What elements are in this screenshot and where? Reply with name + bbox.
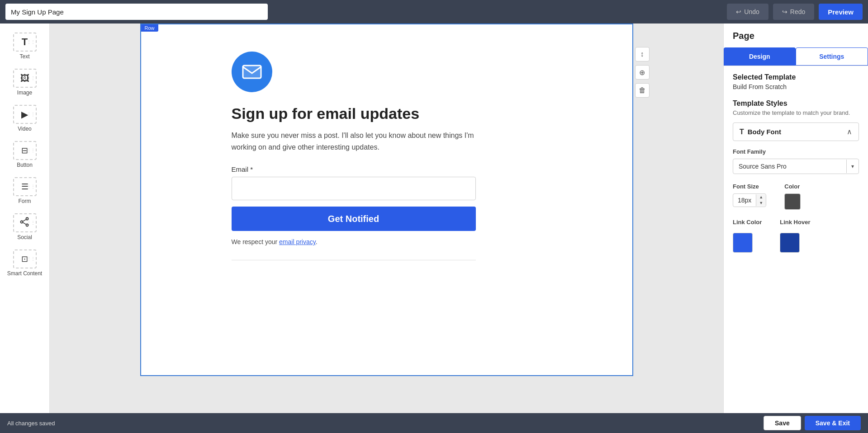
preview-button[interactable]: Preview [819,4,863,20]
sidebar-item-smart-content[interactable]: ⊡ ⋮⋮ Smart Content [0,246,49,280]
redo-button[interactable]: ↪ Redo [773,4,814,20]
get-notified-button[interactable]: Get Notified [232,207,476,231]
svg-point-0 [26,217,28,220]
canvas-page: Row ↕ ⊕ 🗑 [140,24,633,376]
tab-design[interactable]: Design [724,47,796,66]
undo-button[interactable]: ↩ Undo [727,4,768,20]
font-size-color-row: Font Size 18px ▲ ▼ Color [733,183,859,210]
body-font-accordion[interactable]: T Body Font ∧ [733,122,859,141]
add-section-button[interactable]: ⊕ [635,65,650,80]
email-form-label: Email * [232,165,542,173]
row-label: Row [141,24,158,32]
email-icon [241,61,263,83]
chevron-down-icon: ▾ [846,160,859,173]
font-size-col: Font Size 18px ▲ ▼ [733,183,766,210]
link-hover-col: Link Hover [780,219,810,253]
sidebar-item-form[interactable]: ☰ ⋮⋮ Form [0,174,49,208]
svg-rect-5 [243,66,261,78]
undo-label: Undo [744,8,759,15]
canvas-right-tools: ↕ ⊕ 🗑 [635,47,650,98]
tab-settings-label: Settings [819,53,844,60]
font-size-increase[interactable]: ▲ [756,194,766,200]
tab-design-label: Design [749,53,770,60]
drag-handle: ⋮⋮ [27,76,35,80]
bottom-actions: Save Save & Exit [764,416,861,430]
template-styles-sub: Customize the template to match your bra… [733,109,859,116]
move-icon: ↕ [640,50,644,58]
sidebar-item-video[interactable]: ▶ ⋮⋮ Video [0,101,49,136]
link-color-col: Link Color [733,219,762,253]
link-hover-swatch[interactable] [780,233,800,253]
sidebar-item-button-label: Button [17,162,33,168]
drag-handle: ⋮⋮ [27,184,35,189]
font-family-select[interactable]: Source Sans Pro ▾ [733,159,859,174]
get-notified-button-label: Get Notified [328,214,379,224]
image-icon-box: 🖼 ⋮⋮ [13,69,37,88]
svg-line-3 [23,219,26,221]
tab-row: Design Settings [724,47,868,66]
form-icon-box: ☰ ⋮⋮ [13,177,37,196]
font-size-spinner: ▲ ▼ [756,194,766,206]
drag-handle: ⋮⋮ [27,148,35,153]
svg-point-1 [20,221,23,223]
video-icon-box: ▶ ⋮⋮ [13,105,37,124]
font-icon: T [740,128,744,136]
accordion-header-left: T Body Font [740,128,781,136]
selected-template-value: Build From Scratch [733,83,859,90]
link-color-label: Link Color [733,219,762,226]
preview-label: Preview [828,8,854,16]
chevron-up-icon: ∧ [847,127,852,136]
topbar: ↩ Undo ↪ Redo Preview [0,0,868,24]
sidebar-item-text[interactable]: T ⋮⋮ Text [0,29,49,63]
email-icon-circle [232,52,272,92]
right-panel-title: Page [724,24,868,41]
font-size-decrease[interactable]: ▼ [756,200,766,206]
sidebar-item-video-label: Video [18,126,31,132]
color-label: Color [784,183,801,190]
redo-icon: ↪ [782,8,787,15]
sidebar-item-form-label: Form [19,198,31,204]
canvas-area: Row ↕ ⊕ 🗑 [50,24,723,413]
selected-template-section: Selected Template Build From Scratch Tem… [724,73,868,264]
font-size-input[interactable]: 18px ▲ ▼ [733,193,766,207]
tab-settings[interactable]: Settings [796,47,868,66]
social-icon-box: ⋮⋮ [13,213,37,232]
color-col: Color [784,183,801,210]
save-button[interactable]: Save [764,416,801,430]
delete-section-button[interactable]: 🗑 [635,83,650,98]
drag-handle: ⋮⋮ [27,40,35,44]
redo-label: Redo [790,8,805,15]
sidebar-item-smart-content-label: Smart Content [7,270,42,277]
left-sidebar: T ⋮⋮ Text 🖼 ⋮⋮ Image ▶ ⋮⋮ Video ⊟ ⋮⋮ [0,24,50,413]
page-heading: Sign up for email updates [232,105,542,122]
sidebar-item-image-label: Image [17,89,32,96]
save-button-label: Save [775,419,790,427]
right-panel: Page Design Settings Selected Template B… [723,24,868,413]
button-icon-box: ⊟ ⋮⋮ [13,141,37,160]
add-icon: ⊕ [639,68,645,77]
save-exit-button-label: Save & Exit [816,419,850,427]
move-up-button[interactable]: ↕ [635,47,650,61]
smart-content-icon-box: ⊡ ⋮⋮ [13,249,37,268]
svg-line-4 [23,222,26,225]
email-input[interactable] [232,177,476,200]
status-text: All changes saved [7,420,55,427]
privacy-before: We respect your [232,238,280,245]
sidebar-item-image[interactable]: 🖼 ⋮⋮ Image [0,65,49,99]
save-exit-button[interactable]: Save & Exit [805,416,861,430]
font-size-value: 18px [733,194,756,207]
text-icon-box: T ⋮⋮ [13,33,37,52]
sidebar-item-button[interactable]: ⊟ ⋮⋮ Button [0,137,49,172]
color-swatch[interactable] [784,193,801,210]
drag-handle: ⋮⋮ [27,257,35,261]
privacy-after: . [316,238,318,245]
accordion-label: Body Font [748,128,781,136]
undo-icon: ↩ [736,8,741,15]
email-privacy-link[interactable]: email privacy [279,238,316,245]
link-color-swatch[interactable] [733,233,753,253]
page-title-input[interactable] [5,4,268,20]
sidebar-item-social-label: Social [17,234,32,240]
sidebar-item-social[interactable]: ⋮⋮ Social [0,210,49,244]
page-description: Make sure you never miss a post. I'll al… [232,130,476,153]
selected-template-title: Selected Template [733,73,859,81]
